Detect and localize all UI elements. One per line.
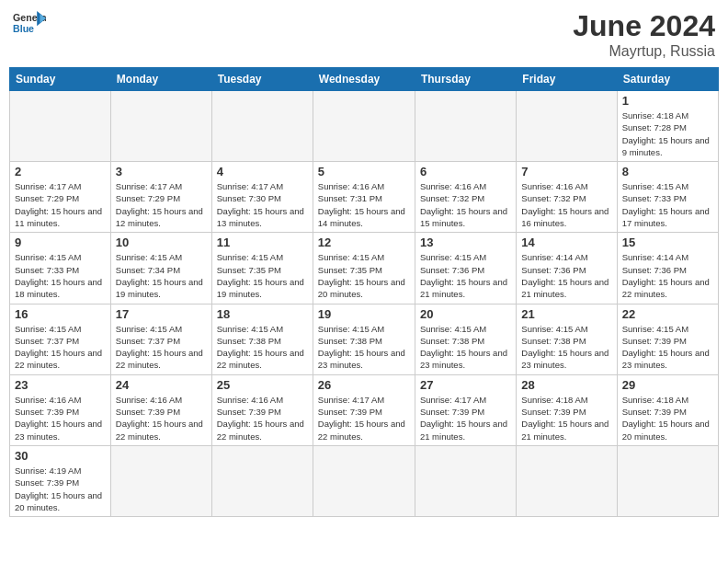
- day-number: 28: [521, 378, 611, 392]
- day-cell-0-6: 1Sunrise: 4:18 AM Sunset: 7:28 PM Daylig…: [617, 91, 718, 162]
- day-cell-1-4: 6Sunrise: 4:16 AM Sunset: 7:32 PM Daylig…: [415, 162, 516, 233]
- day-cell-3-6: 22Sunrise: 4:15 AM Sunset: 7:39 PM Dayli…: [617, 304, 718, 374]
- day-cell-4-4: 27Sunrise: 4:17 AM Sunset: 7:39 PM Dayli…: [415, 374, 516, 445]
- day-number: 22: [622, 307, 713, 321]
- day-cell-5-6: [617, 445, 718, 516]
- day-number: 13: [420, 236, 511, 249]
- location: Mayrtup, Russia: [573, 43, 715, 60]
- day-cell-5-3: [313, 445, 415, 516]
- day-info: Sunrise: 4:19 AM Sunset: 7:39 PM Dayligh…: [15, 465, 106, 513]
- day-number: 14: [521, 236, 611, 249]
- col-wednesday: Wednesday: [313, 68, 415, 91]
- day-number: 4: [217, 165, 308, 178]
- day-cell-1-6: 8Sunrise: 4:15 AM Sunset: 7:33 PM Daylig…: [617, 162, 718, 233]
- day-number: 7: [521, 165, 611, 178]
- title-block: June 2024 Mayrtup, Russia: [573, 9, 715, 60]
- page: General Blue June 2024 Mayrtup, Russia S…: [0, 0, 728, 526]
- col-tuesday: Tuesday: [211, 68, 313, 91]
- day-number: 5: [318, 165, 410, 178]
- day-cell-3-5: 21Sunrise: 4:15 AM Sunset: 7:38 PM Dayli…: [517, 304, 617, 374]
- day-cell-3-0: 16Sunrise: 4:15 AM Sunset: 7:37 PM Dayli…: [10, 304, 111, 374]
- day-number: 11: [217, 236, 308, 249]
- day-info: Sunrise: 4:15 AM Sunset: 7:33 PM Dayligh…: [15, 251, 106, 300]
- day-info: Sunrise: 4:15 AM Sunset: 7:35 PM Dayligh…: [318, 251, 410, 300]
- day-number: 30: [15, 449, 106, 463]
- day-cell-3-4: 20Sunrise: 4:15 AM Sunset: 7:38 PM Dayli…: [415, 304, 516, 374]
- day-number: 23: [15, 378, 106, 392]
- day-info: Sunrise: 4:15 AM Sunset: 7:37 PM Dayligh…: [116, 323, 207, 372]
- day-info: Sunrise: 4:17 AM Sunset: 7:39 PM Dayligh…: [420, 394, 511, 442]
- day-info: Sunrise: 4:15 AM Sunset: 7:35 PM Dayligh…: [217, 251, 308, 300]
- day-cell-4-1: 24Sunrise: 4:16 AM Sunset: 7:39 PM Dayli…: [110, 374, 211, 445]
- day-cell-2-1: 10Sunrise: 4:15 AM Sunset: 7:34 PM Dayli…: [110, 233, 211, 304]
- day-number: 8: [622, 165, 713, 178]
- day-info: Sunrise: 4:16 AM Sunset: 7:31 PM Dayligh…: [318, 180, 410, 229]
- day-cell-4-6: 29Sunrise: 4:18 AM Sunset: 7:39 PM Dayli…: [617, 374, 718, 445]
- col-saturday: Saturday: [617, 68, 718, 91]
- day-info: Sunrise: 4:14 AM Sunset: 7:36 PM Dayligh…: [521, 251, 611, 300]
- day-number: 16: [15, 307, 106, 321]
- day-number: 27: [420, 378, 511, 392]
- day-cell-0-3: [313, 91, 415, 162]
- day-cell-5-5: [517, 445, 617, 516]
- day-cell-2-3: 12Sunrise: 4:15 AM Sunset: 7:35 PM Dayli…: [313, 233, 415, 304]
- day-cell-2-2: 11Sunrise: 4:15 AM Sunset: 7:35 PM Dayli…: [211, 233, 313, 304]
- day-info: Sunrise: 4:15 AM Sunset: 7:38 PM Dayligh…: [420, 323, 511, 372]
- day-number: 15: [622, 236, 713, 249]
- svg-text:Blue: Blue: [13, 23, 34, 34]
- day-number: 2: [15, 165, 106, 178]
- day-info: Sunrise: 4:14 AM Sunset: 7:36 PM Dayligh…: [622, 251, 713, 300]
- day-cell-1-5: 7Sunrise: 4:16 AM Sunset: 7:32 PM Daylig…: [517, 162, 617, 233]
- day-cell-0-4: [415, 91, 516, 162]
- day-cell-0-2: [211, 91, 313, 162]
- col-friday: Friday: [517, 68, 617, 91]
- day-cell-1-3: 5Sunrise: 4:16 AM Sunset: 7:31 PM Daylig…: [313, 162, 415, 233]
- month-year: June 2024: [573, 9, 715, 43]
- day-number: 29: [622, 378, 713, 392]
- day-number: 24: [116, 378, 207, 392]
- day-info: Sunrise: 4:17 AM Sunset: 7:39 PM Dayligh…: [318, 394, 410, 442]
- day-cell-1-0: 2Sunrise: 4:17 AM Sunset: 7:29 PM Daylig…: [10, 162, 111, 233]
- day-info: Sunrise: 4:17 AM Sunset: 7:29 PM Dayligh…: [116, 180, 207, 229]
- day-number: 19: [318, 307, 410, 321]
- day-cell-4-5: 28Sunrise: 4:18 AM Sunset: 7:39 PM Dayli…: [517, 374, 617, 445]
- day-cell-2-0: 9Sunrise: 4:15 AM Sunset: 7:33 PM Daylig…: [10, 233, 111, 304]
- day-cell-3-3: 19Sunrise: 4:15 AM Sunset: 7:38 PM Dayli…: [313, 304, 415, 374]
- week-row-4: 23Sunrise: 4:16 AM Sunset: 7:39 PM Dayli…: [10, 374, 719, 445]
- day-info: Sunrise: 4:15 AM Sunset: 7:39 PM Dayligh…: [622, 323, 713, 372]
- day-number: 17: [116, 307, 207, 321]
- day-info: Sunrise: 4:16 AM Sunset: 7:32 PM Dayligh…: [420, 180, 511, 229]
- header: General Blue June 2024 Mayrtup, Russia: [9, 9, 719, 60]
- day-number: 6: [420, 165, 511, 178]
- day-info: Sunrise: 4:16 AM Sunset: 7:39 PM Dayligh…: [116, 394, 207, 442]
- week-row-1: 2Sunrise: 4:17 AM Sunset: 7:29 PM Daylig…: [10, 162, 719, 233]
- week-row-2: 9Sunrise: 4:15 AM Sunset: 7:33 PM Daylig…: [10, 233, 719, 304]
- day-cell-5-1: [110, 445, 211, 516]
- day-info: Sunrise: 4:15 AM Sunset: 7:38 PM Dayligh…: [521, 323, 611, 372]
- day-cell-2-5: 14Sunrise: 4:14 AM Sunset: 7:36 PM Dayli…: [517, 233, 617, 304]
- day-cell-3-1: 17Sunrise: 4:15 AM Sunset: 7:37 PM Dayli…: [110, 304, 211, 374]
- day-cell-1-2: 4Sunrise: 4:17 AM Sunset: 7:30 PM Daylig…: [211, 162, 313, 233]
- day-cell-4-3: 26Sunrise: 4:17 AM Sunset: 7:39 PM Dayli…: [313, 374, 415, 445]
- day-cell-5-0: 30Sunrise: 4:19 AM Sunset: 7:39 PM Dayli…: [10, 445, 111, 516]
- day-number: 18: [217, 307, 308, 321]
- day-cell-2-6: 15Sunrise: 4:14 AM Sunset: 7:36 PM Dayli…: [617, 233, 718, 304]
- day-cell-0-0: [10, 91, 111, 162]
- day-info: Sunrise: 4:18 AM Sunset: 7:39 PM Dayligh…: [521, 394, 611, 442]
- day-number: 21: [521, 307, 611, 321]
- day-number: 10: [116, 236, 207, 249]
- generalblue-logo-icon: General Blue: [13, 9, 46, 37]
- day-cell-1-1: 3Sunrise: 4:17 AM Sunset: 7:29 PM Daylig…: [110, 162, 211, 233]
- day-info: Sunrise: 4:15 AM Sunset: 7:38 PM Dayligh…: [217, 323, 308, 372]
- day-info: Sunrise: 4:18 AM Sunset: 7:39 PM Dayligh…: [622, 394, 713, 442]
- col-sunday: Sunday: [10, 68, 111, 91]
- day-number: 20: [420, 307, 511, 321]
- day-cell-5-4: [415, 445, 516, 516]
- day-cell-0-5: [517, 91, 617, 162]
- day-info: Sunrise: 4:17 AM Sunset: 7:30 PM Dayligh…: [217, 180, 308, 229]
- calendar: Sunday Monday Tuesday Wednesday Thursday…: [9, 67, 719, 517]
- day-cell-5-2: [211, 445, 313, 516]
- day-info: Sunrise: 4:18 AM Sunset: 7:28 PM Dayligh…: [622, 109, 713, 158]
- day-info: Sunrise: 4:15 AM Sunset: 7:36 PM Dayligh…: [420, 251, 511, 300]
- day-number: 3: [116, 165, 207, 178]
